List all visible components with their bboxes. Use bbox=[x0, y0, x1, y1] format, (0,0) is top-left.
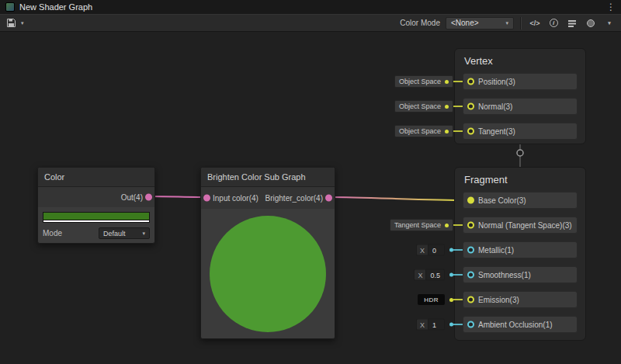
chevron-down-icon: ▾ bbox=[608, 20, 611, 26]
normal-port[interactable] bbox=[467, 103, 474, 110]
port-stub bbox=[453, 249, 463, 251]
metallic-value-widget[interactable]: X 0 bbox=[416, 244, 453, 256]
code-icon[interactable]: </> bbox=[527, 16, 543, 30]
fragment-title: Fragment bbox=[463, 168, 578, 192]
vertex-row-position[interactable]: Position(3) Object Space bbox=[463, 73, 578, 90]
emission-port[interactable] bbox=[467, 296, 474, 303]
widget-port-dot bbox=[445, 130, 449, 133]
output-port-label: Brighter_color(4) bbox=[265, 194, 323, 203]
fragment-row-emission[interactable]: Emission(3) HDR bbox=[463, 291, 578, 308]
blackboard-icon[interactable] bbox=[564, 16, 580, 30]
position-port-label: Position(3) bbox=[478, 78, 515, 86]
alpha-bar bbox=[43, 220, 150, 223]
emission-hdr-widget[interactable]: HDR bbox=[418, 294, 453, 305]
main-preview-icon[interactable] bbox=[583, 16, 598, 30]
fragment-row-base-color[interactable]: Base Color(3) bbox=[463, 192, 578, 209]
position-space-dropdown[interactable]: Object Space bbox=[394, 75, 453, 88]
normal-space-dropdown[interactable]: Object Space bbox=[394, 100, 453, 113]
ambient-occlusion-value-widget[interactable]: X 1 bbox=[416, 319, 453, 331]
fragment-row-ambient-occlusion[interactable]: Ambient Occlusion(1) X 1 bbox=[463, 316, 578, 333]
ambient-occlusion-port-label: Ambient Occlusion(1) bbox=[478, 321, 553, 329]
brighter-color-port[interactable] bbox=[325, 195, 332, 202]
wire-color-to-subgraph[interactable] bbox=[150, 196, 206, 197]
info-icon: i bbox=[550, 19, 558, 27]
vertex-row-normal[interactable]: Normal(3) Object Space bbox=[463, 98, 578, 115]
color-node[interactable]: Color Out(4) Mode Default ▾ bbox=[37, 167, 155, 244]
space-pill: Object Space bbox=[394, 125, 453, 137]
preview-sphere bbox=[210, 216, 326, 332]
mode-dropdown[interactable]: Default ▾ bbox=[99, 227, 150, 239]
window-title: New Shader Graph bbox=[19, 2, 92, 12]
float-value[interactable]: 0.5 bbox=[425, 269, 445, 281]
layers-icon bbox=[567, 19, 577, 28]
tangent-space-dropdown[interactable]: Object Space bbox=[394, 125, 453, 137]
color-mode-dropdown[interactable]: <None> ▾ bbox=[446, 17, 514, 29]
base-color-port[interactable] bbox=[467, 197, 474, 204]
block-link-circle[interactable] bbox=[517, 150, 523, 156]
subgraph-node-title: Brighten Color Sub Graph bbox=[207, 172, 306, 182]
space-pill-label: Object Space bbox=[399, 127, 441, 135]
shader-graph-window: New Shader Graph ⋮ ▾ Color Mode <None> ▾… bbox=[0, 0, 621, 364]
float-value[interactable]: 1 bbox=[428, 319, 445, 331]
color-node-body: Mode Default ▾ bbox=[38, 207, 154, 243]
wire-subgraph-to-basecolor[interactable] bbox=[330, 197, 469, 200]
toolbar-overflow-caret[interactable]: ▾ bbox=[602, 16, 617, 30]
port-stub bbox=[453, 106, 463, 107]
input-color-port[interactable] bbox=[203, 195, 210, 202]
float-field[interactable]: X 0 bbox=[416, 244, 445, 256]
tangent-port[interactable] bbox=[467, 128, 474, 135]
vertex-title: Vertex bbox=[463, 49, 578, 73]
normal-tangent-port[interactable] bbox=[467, 222, 474, 229]
shader-graph-icon bbox=[5, 2, 15, 12]
smoothness-value-widget[interactable]: X 0.5 bbox=[414, 269, 453, 281]
vertex-context[interactable]: Vertex Position(3) Object Space Normal(3… bbox=[454, 48, 586, 144]
normal-space-dropdown[interactable]: Tangent Space bbox=[390, 219, 453, 231]
kebab-menu-icon[interactable]: ⋮ bbox=[606, 0, 616, 14]
color-mode-label: Color Mode bbox=[400, 19, 440, 27]
color-node-header[interactable]: Color bbox=[38, 168, 154, 187]
subgraph-node[interactable]: Brighten Color Sub Graph Input color(4) … bbox=[200, 167, 335, 339]
save-dropdown-button[interactable]: ▾ bbox=[19, 16, 26, 30]
smoothness-port-label: Smoothness(1) bbox=[478, 271, 531, 279]
mode-label: Mode bbox=[43, 229, 62, 237]
base-color-port-label: Base Color(3) bbox=[478, 196, 526, 205]
toolbar: ▾ Color Mode <None> ▾ </> i ▾ bbox=[0, 14, 621, 32]
port-stub bbox=[453, 130, 463, 132]
widget-port-dot bbox=[445, 224, 449, 227]
normal-port-label: Normal(3) bbox=[478, 102, 512, 111]
fragment-context[interactable]: Fragment Base Color(3) Normal (Tangent S… bbox=[454, 167, 586, 341]
fragment-row-normal[interactable]: Normal (Tangent Space)(3) Tangent Space bbox=[463, 217, 578, 234]
float-field[interactable]: X 0.5 bbox=[414, 269, 445, 281]
sphere-icon bbox=[587, 19, 595, 27]
inspector-info-icon[interactable]: i bbox=[546, 16, 561, 30]
fragment-row-metallic[interactable]: Metallic(1) X 0 bbox=[463, 241, 578, 258]
color-swatch[interactable] bbox=[43, 212, 150, 220]
fragment-row-smoothness[interactable]: Smoothness(1) X 0.5 bbox=[463, 266, 578, 283]
widget-port-dot bbox=[445, 105, 449, 109]
x-axis-label: X bbox=[416, 319, 428, 331]
port-stub bbox=[453, 224, 463, 226]
space-pill: Object Space bbox=[394, 75, 453, 88]
smoothness-port[interactable] bbox=[467, 272, 474, 279]
color-mode-value: <None> bbox=[451, 19, 479, 27]
space-pill-label: Object Space bbox=[399, 78, 441, 85]
widget-port-dot bbox=[449, 298, 453, 302]
chevron-down-icon: ▾ bbox=[505, 20, 508, 26]
save-button[interactable] bbox=[4, 16, 19, 30]
ambient-occlusion-port[interactable] bbox=[467, 321, 474, 328]
subgraph-node-header[interactable]: Brighten Color Sub Graph bbox=[201, 168, 335, 187]
out-port-label: Out(4) bbox=[121, 193, 143, 202]
space-pill: Object Space bbox=[394, 100, 453, 113]
hdr-badge[interactable]: HDR bbox=[418, 294, 445, 305]
position-port[interactable] bbox=[467, 78, 474, 85]
float-field[interactable]: X 1 bbox=[416, 319, 445, 331]
metallic-port[interactable] bbox=[467, 247, 474, 254]
out-port[interactable] bbox=[145, 194, 152, 201]
chevron-down-icon: ▾ bbox=[21, 20, 24, 26]
widget-port-dot bbox=[445, 80, 449, 84]
x-axis-label: X bbox=[414, 269, 425, 281]
chevron-down-icon: ▾ bbox=[142, 231, 145, 236]
float-value[interactable]: 0 bbox=[428, 244, 445, 256]
vertex-row-tangent[interactable]: Tangent(3) Object Space bbox=[463, 123, 578, 140]
widget-port-dot bbox=[449, 248, 453, 252]
